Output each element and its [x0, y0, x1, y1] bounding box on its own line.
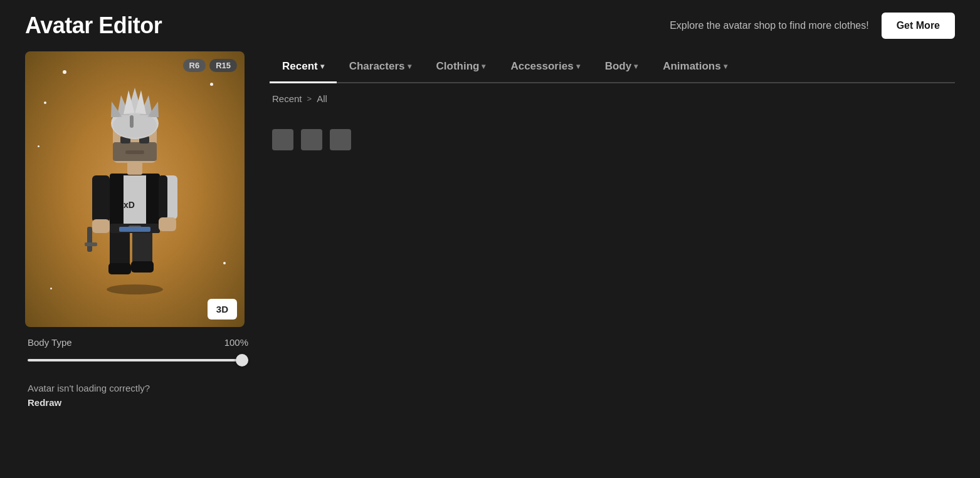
chevron-down-icon: ▾	[634, 62, 638, 71]
sparkle-decoration	[44, 101, 46, 104]
tab-recent[interactable]: Recent ▾	[270, 51, 337, 83]
svg-point-0	[107, 284, 163, 294]
chevron-down-icon: ▾	[724, 62, 727, 71]
avatar-preview: R6 R15	[25, 51, 245, 327]
get-more-button[interactable]: Get More	[882, 13, 955, 39]
svg-rect-2	[108, 263, 131, 274]
tab-clothing-label: Clothing	[436, 60, 480, 73]
tab-clothing[interactable]: Clothing ▾	[424, 51, 498, 83]
loading-dot	[301, 129, 322, 150]
body-type-row: Body Type 100%	[28, 337, 248, 348]
body-type-section: Body Type 100%	[25, 337, 251, 364]
chevron-down-icon: ▾	[408, 62, 411, 71]
breadcrumb-sub: All	[317, 93, 327, 104]
svg-rect-16	[92, 175, 110, 222]
tab-characters[interactable]: Characters ▾	[337, 51, 424, 83]
left-panel: R6 R15	[25, 51, 251, 408]
svg-rect-11	[119, 227, 150, 232]
svg-text:xD: xD	[124, 200, 135, 210]
loading-section: Avatar isn't loading correctly? Redraw	[25, 383, 251, 408]
loading-message: Avatar isn't loading correctly?	[28, 383, 248, 393]
tabs-bar: Recent ▾ Characters ▾ Clothing ▾ Accesso…	[270, 51, 955, 83]
tab-characters-label: Characters	[349, 60, 405, 73]
tab-accessories-label: Accessories	[510, 60, 573, 73]
sparkle-decoration	[38, 145, 40, 147]
avatar-figure: xD	[72, 83, 198, 296]
shop-promo-text: Explore the avatar shop to find more clo…	[670, 20, 869, 31]
loading-dot	[272, 129, 293, 150]
sparkle-decoration	[223, 262, 226, 264]
svg-rect-4	[131, 261, 154, 273]
breadcrumb: Recent > All	[270, 93, 955, 104]
header: Avatar Editor Explore the avatar shop to…	[0, 0, 980, 45]
redraw-button[interactable]: Redraw	[28, 397, 61, 408]
sparkle-decoration	[50, 288, 52, 289]
body-type-label: Body Type	[28, 337, 72, 348]
svg-rect-15	[159, 217, 176, 231]
breadcrumb-current: Recent	[272, 93, 302, 104]
svg-point-34	[113, 113, 157, 138]
tab-accessories[interactable]: Accessories ▾	[498, 51, 592, 83]
page-title: Avatar Editor	[25, 13, 162, 39]
svg-rect-35	[130, 115, 134, 128]
chevron-down-icon: ▾	[576, 62, 580, 71]
avatar-badges: R6 R15	[183, 59, 237, 72]
svg-rect-1	[110, 230, 130, 268]
badge-r6: R6	[183, 59, 206, 72]
tab-animations-label: Animations	[663, 60, 721, 73]
svg-rect-20	[127, 161, 142, 175]
svg-rect-18	[87, 227, 92, 252]
main-content: R6 R15	[0, 45, 980, 420]
tab-animations[interactable]: Animations ▾	[650, 51, 740, 83]
svg-rect-14	[159, 175, 167, 219]
breadcrumb-separator: >	[307, 94, 312, 103]
right-panel: Recent ▾ Characters ▾ Clothing ▾ Accesso…	[270, 51, 955, 408]
loading-dots-container	[270, 117, 955, 163]
loading-dot	[330, 129, 351, 150]
tab-body[interactable]: Body ▾	[593, 51, 651, 83]
chevron-down-icon: ▾	[320, 62, 324, 71]
body-type-slider[interactable]	[28, 359, 248, 361]
sparkle-decoration	[63, 70, 66, 74]
svg-rect-17	[92, 219, 110, 233]
chevron-down-icon: ▾	[482, 62, 485, 71]
svg-rect-25	[113, 142, 157, 161]
header-right: Explore the avatar shop to find more clo…	[670, 13, 955, 39]
sparkle-decoration	[210, 83, 213, 86]
avatar-svg: xD	[72, 83, 198, 296]
svg-rect-19	[85, 242, 97, 246]
badge-r15: R15	[209, 59, 237, 72]
view-3d-button[interactable]: 3D	[208, 299, 237, 320]
tab-recent-label: Recent	[282, 60, 318, 73]
tab-body-label: Body	[605, 60, 632, 73]
body-type-value: 100%	[224, 337, 248, 348]
slider-container	[28, 353, 248, 364]
